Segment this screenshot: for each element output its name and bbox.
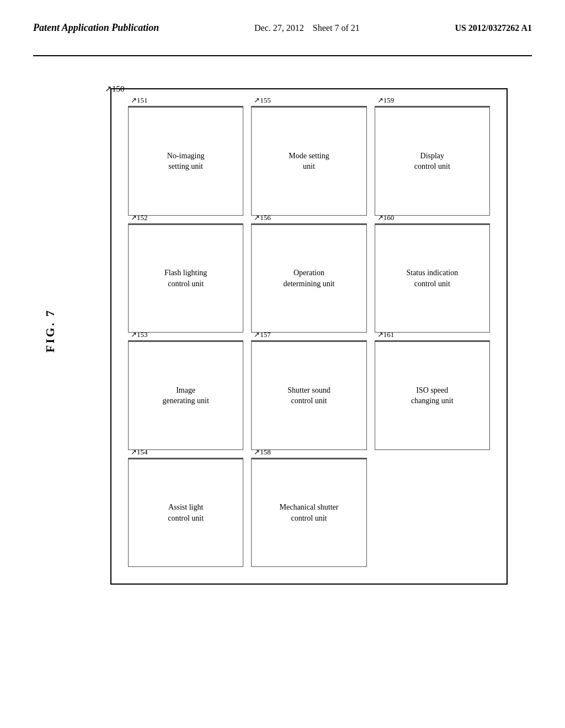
unit-box-152: ↗152 Flash lightingcontrol unit [128,223,243,333]
unit-label-152: Flash lightingcontrol unit [164,267,207,289]
unit-box-empty [375,458,490,568]
label-155: ↗155 [254,95,271,105]
figure-label: FIG. 7 [43,309,57,352]
unit-label-159: Displaycontrol unit [414,151,450,172]
label-159: ↗159 [377,95,395,105]
unit-box-161: ↗161 ISO speedchanging unit [375,340,490,450]
label-161: ↗161 [377,330,395,340]
unit-box-159: ↗159 Displaycontrol unit [375,106,490,216]
label-154: ↗154 [131,447,148,457]
unit-label-161: ISO speedchanging unit [411,385,454,406]
label-156: ↗156 [254,213,271,223]
unit-label-151: No-imagingsetting unit [167,151,205,172]
label-151: ↗151 [131,95,148,105]
label-158: ↗158 [254,447,271,457]
unit-label-155: Mode settingunit [289,151,329,172]
unit-label-153: Imagegenerating unit [162,385,209,406]
publication-title: Patent Application Publication [33,22,159,34]
unit-label-160: Status indicationcontrol unit [406,267,458,289]
unit-label-154: Assist lightcontrol unit [168,502,204,523]
unit-box-154: ↗154 Assist lightcontrol unit [128,458,243,568]
unit-box-160: ↗160 Status indicationcontrol unit [375,223,490,333]
unit-label-156: Operationdetermining unit [284,267,335,289]
date-sheet: Dec. 27, 2012 Sheet 7 of 21 [254,23,360,33]
label-160: ↗160 [377,213,395,223]
label-152: ↗152 [131,213,148,223]
unit-box-153: ↗153 Imagegenerating unit [128,340,243,450]
unit-box-151: ↗151 No-imagingsetting unit [128,106,243,216]
unit-label-158: Mechanical shuttercontrol unit [280,502,339,523]
page-header: Patent Application Publication Dec. 27, … [0,22,565,34]
unit-grid: ↗151 No-imagingsetting unit ↗155 Mode se… [128,106,490,567]
unit-box-156: ↗156 Operationdetermining unit [251,223,366,333]
unit-box-157: ↗157 Shutter soundcontrol unit [251,340,366,450]
label-153: ↗153 [131,330,148,340]
label-157: ↗157 [254,330,271,340]
header-divider [33,55,532,56]
main-diagram-box: ↗151 No-imagingsetting unit ↗155 Mode se… [110,88,508,585]
unit-box-158: ↗158 Mechanical shuttercontrol unit [251,458,366,568]
unit-label-157: Shutter soundcontrol unit [287,385,330,406]
unit-box-155: ↗155 Mode settingunit [251,106,366,216]
patent-number: US 2012/0327262 A1 [455,23,532,33]
